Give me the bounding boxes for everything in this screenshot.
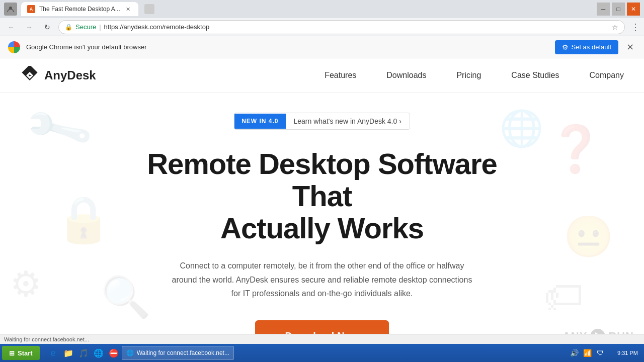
hero-subtitle: Connect to a computer remotely, be it fr…	[171, 259, 473, 300]
tab-close-button[interactable]: ✕	[124, 5, 132, 13]
hero-section: 🔧 🔒 ⚙ 🔍 ❓ 🌐 😐 🏷 NEW IN 4.0 Learn what	[0, 93, 644, 349]
set-default-button[interactable]: ⚙ Set as default	[555, 40, 619, 54]
notification-bar: Google Chrome isn't your default browser…	[0, 36, 644, 58]
hero-title: Remote Desktop Software That Actually Wo…	[116, 148, 528, 244]
window-controls: ─ □ ✕	[597, 3, 640, 16]
new-tab-button[interactable]	[142, 2, 156, 16]
browser-app-label: Waiting for connect.facebook.net...	[137, 349, 229, 356]
browser-taskbar-app[interactable]: 🌐 Waiting for connect.facebook.net...	[122, 346, 234, 360]
taskbar-tray: 🔊 📶 🛡 9:31 PM	[565, 347, 642, 358]
browser-titlebar: A The Fast Remote Desktop A... ✕ ─ □ ✕	[0, 0, 644, 18]
logo-icon	[20, 66, 39, 85]
announcement-text: Learn what's new in AnyDesk 4.0 ›	[292, 113, 410, 129]
url-text: https://anydesk.com/remote-desktop	[104, 23, 609, 31]
nav-pricing[interactable]: Pricing	[456, 71, 481, 79]
nav-downloads[interactable]: Downloads	[386, 71, 426, 79]
browser-window: A The Fast Remote Desktop A... ✕ ─ □ ✕ ←…	[0, 0, 644, 349]
security-icon[interactable]: ⛔	[107, 346, 121, 360]
tab-favicon: A	[27, 5, 35, 13]
taskbar-divider	[43, 346, 43, 360]
bookmark-icon[interactable]: ☆	[612, 23, 618, 31]
start-button[interactable]: ⊞ Start	[2, 346, 40, 360]
status-bar: Waiting for connect.facebook.net...	[0, 334, 644, 344]
reload-button[interactable]: ↻	[40, 20, 54, 34]
notification-close-button[interactable]: ✕	[624, 40, 636, 55]
nav-case-studies[interactable]: Case Studies	[511, 71, 559, 79]
tray-clock[interactable]: 9:31 PM	[608, 350, 638, 356]
folder-icon[interactable]: 📁	[61, 346, 75, 360]
tray-security-icon[interactable]: 🛡	[595, 347, 606, 358]
logo-text: AnyDesk	[44, 68, 96, 82]
ie-icon[interactable]: e	[46, 346, 60, 360]
announcement-badge-container[interactable]: NEW IN 4.0 Learn what's new in AnyDesk 4…	[234, 113, 410, 130]
nav-company[interactable]: Company	[590, 71, 624, 79]
minimize-button[interactable]: ─	[597, 3, 610, 16]
address-separator: |	[99, 23, 101, 31]
secure-label: Secure	[75, 23, 96, 31]
hero-title-line2: Actually Works	[220, 212, 424, 244]
taskbar: ⊞ Start e 📁 🎵 🌐 ⛔ 🌐 Waiting for connect.…	[0, 344, 644, 362]
set-default-label: Set as default	[572, 43, 612, 51]
browser-tab[interactable]: A The Fast Remote Desktop A... ✕	[21, 2, 138, 16]
media-player-icon[interactable]: 🎵	[76, 346, 91, 360]
site-logo[interactable]: AnyDesk	[20, 66, 96, 85]
profile-icon	[4, 3, 17, 16]
close-button[interactable]: ✕	[627, 3, 640, 16]
nav-features[interactable]: Features	[325, 71, 356, 79]
set-default-icon: ⚙	[562, 43, 569, 51]
hero-title-line1: Remote Desktop Software That	[147, 147, 497, 212]
chrome-taskbar-icon[interactable]: 🌐	[92, 346, 106, 360]
tray-volume-icon[interactable]: 📶	[582, 347, 593, 358]
address-bar[interactable]: 🔒 Secure | https://anydesk.com/remote-de…	[58, 20, 625, 34]
chrome-logo	[8, 41, 20, 53]
browser-app-icon: 🌐	[126, 349, 134, 356]
new-badge: NEW IN 4.0	[234, 114, 285, 129]
start-label: Start	[18, 349, 33, 357]
windows-logo: ⊞	[9, 349, 15, 357]
tray-network-icon[interactable]: 🔊	[569, 347, 580, 358]
secure-icon: 🔒	[65, 24, 72, 31]
tab-title: The Fast Remote Desktop A...	[39, 6, 120, 13]
forward-button[interactable]: →	[22, 20, 36, 34]
maximize-button[interactable]: □	[612, 3, 625, 16]
browser-menu-button[interactable]: ⋮	[631, 22, 640, 33]
website-content: AnyDesk Features Downloads Pricing Case …	[0, 58, 644, 349]
browser-addressbar: ← → ↻ 🔒 Secure | https://anydesk.com/rem…	[0, 18, 644, 36]
site-nav-links: Features Downloads Pricing Case Studies …	[325, 71, 624, 80]
site-navbar: AnyDesk Features Downloads Pricing Case …	[0, 58, 644, 93]
notification-text: Google Chrome isn't your default browser	[26, 43, 549, 51]
back-button[interactable]: ←	[4, 20, 18, 34]
status-text: Waiting for connect.facebook.net...	[4, 336, 89, 342]
